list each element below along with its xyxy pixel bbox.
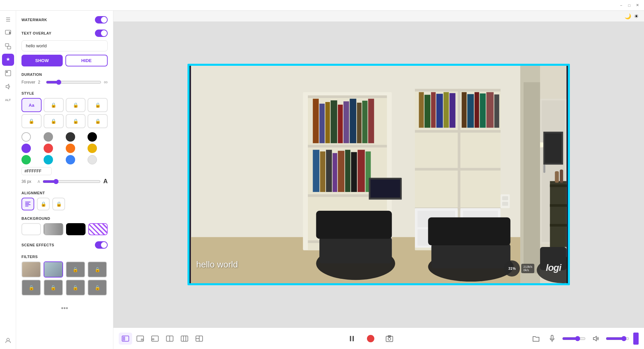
bg-pattern-button[interactable]: [88, 223, 108, 235]
layout-split1-button[interactable]: [163, 333, 176, 345]
filter-3[interactable]: 🔒: [66, 261, 85, 278]
light-mode-icon[interactable]: ☀: [634, 13, 639, 19]
svg-rect-102: [152, 338, 154, 340]
color-gray[interactable]: [44, 132, 53, 142]
scene-indicator[interactable]: [633, 333, 639, 345]
color-white[interactable]: [21, 132, 31, 142]
svg-rect-52: [467, 94, 474, 128]
sidebar-item-user[interactable]: [2, 334, 14, 346]
filters-grid: 🔒 🔒 🔒 🔒 🔒: [21, 261, 108, 296]
svg-rect-29: [368, 99, 374, 143]
dark-mode-icon[interactable]: 🌙: [625, 13, 631, 19]
sidebar-item-menu[interactable]: ☰: [2, 13, 14, 26]
logi-watermark: logi: [546, 262, 561, 273]
opacity-slider[interactable]: [43, 179, 101, 184]
duration-slider[interactable]: [46, 80, 101, 85]
style-btn-3[interactable]: 🔒: [88, 98, 108, 112]
style-btn-4[interactable]: 🔒: [21, 114, 42, 128]
sidebar-item-effects[interactable]: [2, 54, 14, 66]
pause-button[interactable]: [345, 332, 359, 345]
layout-split3-button[interactable]: [193, 333, 206, 345]
style-btn-7[interactable]: 🔒: [88, 114, 108, 128]
duration-title: DURATION: [21, 72, 108, 77]
alignment-row: 🔒 🔒: [21, 198, 108, 210]
align-center-button[interactable]: 🔒: [37, 198, 50, 210]
layout-split2-button[interactable]: [178, 333, 191, 345]
svg-rect-53: [475, 92, 479, 128]
volume-button[interactable]: [590, 333, 602, 345]
color-blue[interactable]: [66, 155, 75, 164]
hide-button[interactable]: HIDE: [65, 55, 108, 66]
color-green[interactable]: [21, 155, 31, 164]
color-dark[interactable]: [66, 132, 75, 142]
svg-rect-92: [550, 184, 567, 187]
text-overlay-label: TEXT OVERLAY: [21, 31, 51, 35]
style-btn-1[interactable]: 🔒: [44, 98, 64, 112]
screenshot-button[interactable]: [383, 332, 396, 345]
bg-none-button[interactable]: [21, 223, 41, 235]
layout-full-button[interactable]: [119, 333, 132, 345]
style-btn-aa[interactable]: Aa: [21, 98, 42, 112]
bg-gray-button[interactable]: [44, 223, 63, 235]
layout-pip2-button[interactable]: [148, 333, 162, 345]
color-hex-input[interactable]: [21, 167, 52, 175]
color-black[interactable]: [88, 132, 97, 142]
color-red[interactable]: [44, 144, 53, 153]
align-left-button[interactable]: [21, 198, 34, 210]
titlebar: − □ ✕: [0, 0, 644, 11]
maximize-button[interactable]: □: [627, 3, 632, 8]
record-button[interactable]: [364, 332, 377, 345]
sidebar-item-cam1[interactable]: [2, 27, 14, 39]
text-overlay-input[interactable]: [21, 40, 108, 51]
svg-rect-5: [6, 71, 8, 73]
filter-7[interactable]: 🔒: [66, 280, 85, 296]
sidebar-item-audio[interactable]: [2, 81, 14, 93]
filter-4[interactable]: 🔒: [88, 261, 107, 278]
volume-slider[interactable]: [562, 336, 586, 341]
show-button[interactable]: SHOW: [21, 55, 63, 66]
color-purple[interactable]: [21, 144, 31, 153]
align-right-button[interactable]: 🔒: [52, 198, 65, 210]
svg-point-113: [367, 335, 374, 342]
more-button[interactable]: •••: [21, 302, 108, 315]
svg-rect-17: [308, 145, 387, 148]
filter-8[interactable]: 🔒: [88, 280, 107, 296]
folder-button[interactable]: [530, 333, 542, 345]
style-title: STYLE: [21, 91, 108, 95]
svg-rect-98: [123, 337, 125, 341]
svg-rect-94: [550, 224, 567, 227]
style-btn-2[interactable]: 🔒: [66, 98, 86, 112]
style-btn-6[interactable]: 🔒: [66, 114, 86, 128]
color-custom[interactable]: [88, 155, 97, 164]
svg-rect-45: [419, 92, 424, 128]
bg-row: [21, 223, 108, 235]
filter-2[interactable]: [44, 261, 63, 278]
mic-button[interactable]: [546, 333, 558, 345]
bg-black-button[interactable]: [66, 223, 86, 235]
sidebar-item-alt[interactable]: ALT: [2, 94, 14, 106]
color-cyan[interactable]: [44, 155, 53, 164]
watermark-toggle[interactable]: [95, 16, 108, 23]
color-orange[interactable]: [66, 144, 75, 153]
color-yellow[interactable]: [88, 144, 97, 153]
style-grid: Aa 🔒 🔒 🔒 🔒 🔒 🔒 🔒: [21, 98, 108, 128]
minimize-button[interactable]: −: [619, 3, 624, 8]
filter-4-lock: 🔒: [88, 262, 106, 277]
filter-1[interactable]: [21, 261, 41, 278]
sidebar-item-scene[interactable]: [2, 67, 14, 79]
sidebar-item-cam2[interactable]: [2, 40, 14, 52]
svg-rect-23: [331, 100, 337, 143]
background-title: BACKGROUND: [21, 216, 108, 220]
layout-pip1-button[interactable]: [133, 333, 147, 345]
style-btn-5[interactable]: 🔒: [44, 114, 64, 128]
infinity-icon: ∞: [104, 79, 108, 85]
filter-5[interactable]: 🔒: [21, 280, 41, 296]
main-volume-slider[interactable]: [606, 336, 629, 341]
svg-rect-2: [5, 44, 9, 46]
font-size-row: 36 px A A: [21, 178, 108, 185]
close-button[interactable]: ✕: [635, 3, 640, 8]
text-overlay-row: TEXT OVERLAY: [21, 30, 108, 37]
scene-effects-toggle[interactable]: [95, 241, 108, 249]
text-overlay-toggle[interactable]: [95, 30, 108, 37]
filter-6[interactable]: 🔒: [44, 280, 63, 296]
